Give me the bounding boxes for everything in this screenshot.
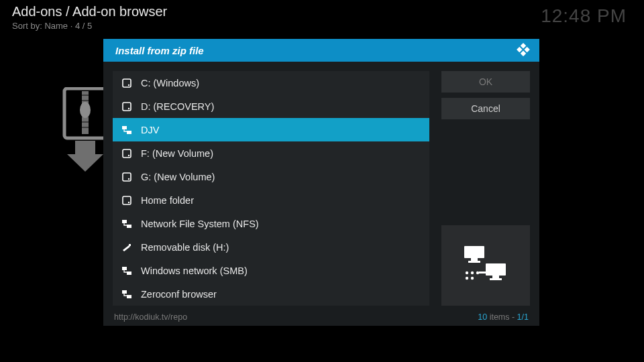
svg-rect-18 bbox=[123, 103, 131, 111]
hdd-icon bbox=[121, 195, 133, 206]
preview-thumb bbox=[441, 225, 530, 306]
location-item[interactable]: Windows network (SMB) bbox=[113, 259, 429, 282]
location-item-label: Zeroconf browser bbox=[141, 289, 217, 300]
location-item[interactable]: C: (Windows) bbox=[113, 71, 429, 95]
install-from-zip-dialog: Install from zip file C: (Windows)D: (RE… bbox=[103, 39, 539, 326]
location-item[interactable]: D: (RECOVERY) bbox=[113, 95, 429, 118]
svg-point-43 bbox=[476, 272, 479, 274]
status-page: 1/1 bbox=[517, 312, 529, 322]
hdd-icon bbox=[121, 78, 133, 88]
net-icon bbox=[121, 289, 133, 300]
svg-point-25 bbox=[128, 178, 129, 179]
location-item[interactable]: DJV bbox=[113, 118, 429, 141]
location-list[interactable]: C: (Windows)D: (RECOVERY)DJVF: (New Volu… bbox=[113, 71, 429, 306]
usb-icon bbox=[121, 242, 133, 253]
svg-point-27 bbox=[128, 201, 129, 202]
svg-rect-31 bbox=[122, 267, 127, 270]
clock: 12:48 PM bbox=[541, 5, 627, 27]
breadcrumb: Add-ons / Add-on browser bbox=[12, 4, 632, 19]
svg-marker-11 bbox=[67, 154, 103, 172]
location-item-label: Network File System (NFS) bbox=[141, 219, 259, 229]
svg-rect-35 bbox=[464, 246, 484, 258]
sort-value: Name bbox=[44, 21, 68, 31]
svg-point-44 bbox=[466, 277, 468, 280]
svg-point-42 bbox=[471, 272, 474, 274]
svg-rect-24 bbox=[123, 173, 131, 181]
svg-rect-46 bbox=[479, 272, 488, 274]
location-item[interactable]: G: (New Volume) bbox=[113, 165, 429, 188]
dialog-title: Install from zip file bbox=[115, 45, 204, 56]
sort-prefix: Sort by: bbox=[12, 21, 44, 31]
svg-rect-34 bbox=[127, 295, 131, 298]
location-item-label: DJV bbox=[141, 125, 159, 135]
location-item[interactable]: Network File System (NFS) bbox=[113, 212, 429, 235]
net-icon bbox=[121, 219, 133, 229]
svg-rect-37 bbox=[468, 261, 480, 263]
svg-rect-12 bbox=[521, 43, 526, 48]
svg-rect-26 bbox=[123, 196, 131, 204]
hdd-icon bbox=[121, 172, 133, 182]
svg-rect-10 bbox=[75, 141, 95, 154]
svg-rect-13 bbox=[524, 46, 529, 52]
svg-rect-40 bbox=[490, 278, 502, 280]
location-item[interactable]: Removable disk (H:) bbox=[113, 235, 429, 259]
sort-sep: · bbox=[68, 21, 75, 31]
svg-rect-15 bbox=[521, 50, 526, 56]
ok-button[interactable]: OK bbox=[441, 71, 530, 93]
hdd-icon bbox=[121, 101, 133, 112]
svg-rect-28 bbox=[122, 220, 127, 223]
location-item-label: G: (New Volume) bbox=[141, 172, 215, 182]
cancel-button[interactable]: Cancel bbox=[441, 98, 530, 119]
status-items-word: items bbox=[487, 312, 509, 322]
status-count: 10 items - 1/1 bbox=[478, 312, 529, 322]
status-url: http://kodiuk.tv/repo bbox=[114, 312, 187, 322]
svg-rect-29 bbox=[127, 225, 131, 228]
net-icon bbox=[121, 125, 133, 135]
svg-point-45 bbox=[471, 277, 474, 280]
location-item-label: Windows network (SMB) bbox=[141, 265, 248, 276]
location-item-label: F: (New Volume) bbox=[141, 148, 213, 159]
svg-rect-20 bbox=[122, 126, 127, 129]
hdd-icon bbox=[121, 148, 133, 159]
location-item[interactable]: F: (New Volume) bbox=[113, 141, 429, 165]
location-item-label: D: (RECOVERY) bbox=[141, 101, 214, 112]
svg-point-23 bbox=[128, 154, 129, 156]
location-item-label: Home folder bbox=[141, 195, 194, 206]
location-item[interactable]: Home folder bbox=[113, 188, 429, 212]
svg-rect-22 bbox=[123, 149, 131, 158]
location-item[interactable]: Zeroconf browser bbox=[113, 282, 429, 306]
svg-rect-32 bbox=[127, 272, 131, 275]
svg-rect-36 bbox=[471, 258, 478, 261]
svg-rect-30 bbox=[129, 244, 131, 246]
location-item-label: Removable disk (H:) bbox=[141, 242, 229, 253]
svg-point-9 bbox=[80, 102, 91, 118]
kodi-logo-icon bbox=[515, 42, 531, 60]
svg-rect-39 bbox=[492, 276, 499, 278]
svg-rect-33 bbox=[122, 290, 127, 294]
status-count-num: 10 bbox=[478, 312, 487, 322]
svg-point-19 bbox=[128, 107, 129, 109]
svg-point-17 bbox=[128, 84, 129, 85]
sort-pos: 4 / 5 bbox=[75, 21, 92, 31]
svg-rect-38 bbox=[486, 263, 506, 276]
location-item-label: C: (Windows) bbox=[141, 78, 199, 88]
net-icon bbox=[121, 265, 133, 276]
svg-rect-14 bbox=[517, 46, 522, 52]
svg-rect-16 bbox=[123, 79, 131, 87]
status-sep: - bbox=[510, 312, 517, 322]
dialog-titlebar: Install from zip file bbox=[103, 39, 539, 62]
svg-rect-21 bbox=[127, 131, 131, 134]
sort-line: Sort by: Name · 4 / 5 bbox=[12, 21, 632, 31]
dialog-statusbar: http://kodiuk.tv/repo 10 items - 1/1 bbox=[103, 310, 539, 326]
svg-point-41 bbox=[466, 272, 468, 274]
